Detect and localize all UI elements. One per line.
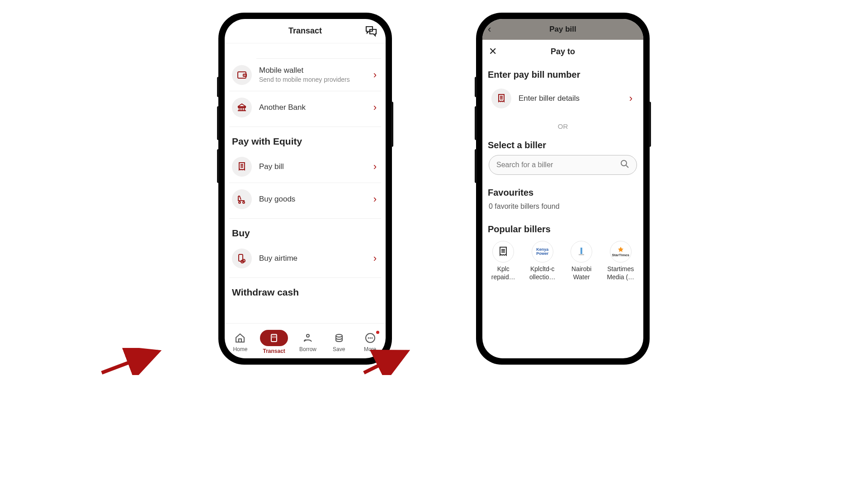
row-subtitle: Send to mobile money providers xyxy=(259,76,366,84)
transact-icon xyxy=(260,330,288,346)
kenya-power-logo-icon: KenyaPower xyxy=(532,241,553,263)
phone-paybill: ‹ Pay bill ✕ Pay to Enter pay bill numbe… xyxy=(477,14,649,364)
svg-point-10 xyxy=(274,336,274,337)
svg-point-15 xyxy=(307,334,309,337)
borrow-icon xyxy=(302,332,314,344)
svg-point-12 xyxy=(272,337,273,338)
tab-home[interactable]: Home xyxy=(229,332,251,352)
svg-point-21 xyxy=(621,160,627,166)
svg-point-11 xyxy=(275,336,276,337)
select-biller-label: Select a biller xyxy=(488,140,637,150)
svg-point-20 xyxy=(371,337,373,338)
or-divider: OR xyxy=(489,122,637,130)
svg-point-16 xyxy=(336,334,342,337)
svg-point-2 xyxy=(244,75,245,75)
svg-point-13 xyxy=(274,337,274,338)
sheet-title: Pay to xyxy=(551,47,575,56)
chevron-right-icon: › xyxy=(373,102,377,113)
partial-row-cutoff xyxy=(256,43,381,59)
favourites-label: Favourites xyxy=(488,188,637,198)
enter-paybill-label: Enter pay bill number xyxy=(488,70,637,80)
row-title: Mobile wallet xyxy=(259,66,366,75)
row-title: Pay bill xyxy=(259,162,366,171)
row-buy-goods[interactable]: Buy goods › xyxy=(229,183,381,216)
sheet-header: ✕ Pay to xyxy=(482,40,643,63)
chat-icon[interactable] xyxy=(365,25,377,39)
section-withdraw-cash: Withdraw cash xyxy=(229,278,381,301)
wallet-icon xyxy=(232,65,252,85)
startimes-logo-icon: StarTimes xyxy=(610,241,632,263)
close-icon[interactable]: ✕ xyxy=(489,46,497,57)
biller-kplcltd-collections[interactable]: KenyaPower Kplcltd-c ollectio… xyxy=(526,241,559,281)
bottom-tabbar: Home Transact Borrow xyxy=(225,323,386,358)
chevron-right-icon: › xyxy=(373,193,377,205)
tab-save[interactable]: Save xyxy=(328,332,350,352)
biller-kplc-prepaid[interactable]: Kplc repaid… xyxy=(487,241,520,281)
tab-label: Borrow xyxy=(299,346,316,352)
svg-point-18 xyxy=(368,337,369,338)
row-another-bank[interactable]: Another Bank › xyxy=(229,91,381,124)
svg-point-9 xyxy=(272,336,273,337)
receipt-icon xyxy=(492,241,514,263)
section-pay-with-equity: Pay with Equity xyxy=(229,127,381,150)
more-icon xyxy=(364,332,377,344)
notification-dot-icon xyxy=(376,331,379,334)
home-icon xyxy=(234,332,246,344)
transact-header: Transact xyxy=(225,19,386,43)
biller-name: Startimes Media (… xyxy=(604,265,637,281)
back-icon[interactable]: ‹ xyxy=(488,23,491,35)
tab-transact[interactable]: Transact xyxy=(260,330,288,354)
biller-nairobi-water[interactable]: Nairobi Water xyxy=(565,241,598,281)
row-title: Buy airtime xyxy=(259,254,366,263)
row-title: Buy goods xyxy=(259,195,366,204)
chevron-right-icon: › xyxy=(373,69,377,81)
tab-label: More xyxy=(364,346,376,352)
search-biller-field[interactable] xyxy=(489,155,637,175)
phone-transact: Transact Mobile wallet Send to mobile mo… xyxy=(219,14,391,364)
svg-point-3 xyxy=(239,202,241,203)
tab-label: Save xyxy=(333,346,345,352)
search-input[interactable] xyxy=(496,161,616,169)
nairobi-water-logo-icon xyxy=(571,241,592,263)
popular-billers-label: Popular billers xyxy=(488,224,637,235)
receipt-icon xyxy=(232,157,252,177)
chevron-right-icon: › xyxy=(373,253,377,264)
save-icon xyxy=(333,332,345,344)
chevron-right-icon: › xyxy=(373,161,377,173)
svg-point-19 xyxy=(369,337,371,338)
biller-name: Kplcltd-c ollectio… xyxy=(526,265,559,281)
page-title: Pay bill xyxy=(549,25,576,34)
paybill-topbar: ‹ Pay bill xyxy=(482,19,643,40)
row-mobile-wallet[interactable]: Mobile wallet Send to mobile money provi… xyxy=(229,59,381,91)
row-buy-airtime[interactable]: Buy airtime › xyxy=(229,242,381,275)
row-pay-bill[interactable]: Pay bill › xyxy=(229,150,381,183)
svg-point-14 xyxy=(275,337,276,338)
search-icon xyxy=(620,160,629,170)
popular-billers-row: Kplc repaid… KenyaPower Kplcltd-c ollect… xyxy=(487,241,637,281)
favourites-count: 0 favorite billers found xyxy=(489,202,637,211)
row-title: Enter biller details xyxy=(519,94,622,103)
tab-more[interactable]: More xyxy=(359,332,382,352)
chevron-right-icon: › xyxy=(629,93,632,104)
svg-point-4 xyxy=(243,202,245,203)
cart-icon xyxy=(232,189,252,209)
row-title: Another Bank xyxy=(259,103,366,112)
tab-label: Home xyxy=(233,346,247,352)
biller-name: Nairobi Water xyxy=(565,265,598,281)
section-buy: Buy xyxy=(229,219,381,242)
biller-name: Kplc repaid… xyxy=(487,265,520,281)
biller-startimes[interactable]: StarTimes Startimes Media (… xyxy=(604,241,637,281)
row-enter-biller-details[interactable]: Enter biller details › xyxy=(489,84,637,113)
tab-label: Transact xyxy=(263,348,285,354)
tab-borrow[interactable]: Borrow xyxy=(297,332,319,352)
receipt-icon xyxy=(491,89,511,108)
bank-icon xyxy=(232,98,252,117)
page-title: Transact xyxy=(288,26,322,36)
phone-coins-icon xyxy=(232,249,252,268)
